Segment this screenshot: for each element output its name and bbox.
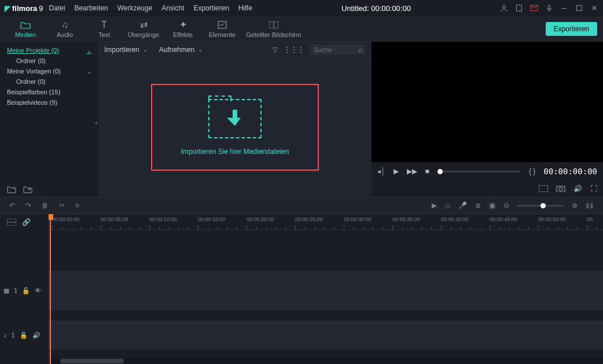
link-icon[interactable]: 🔗 <box>22 218 31 226</box>
import-dropzone[interactable]: Importieren Sie hier Mediendateien <box>151 84 319 171</box>
split-button[interactable]: ✂ <box>59 201 65 209</box>
tab-splitscreen[interactable]: Geteilter Bildschirm <box>242 16 306 42</box>
play-button[interactable]: ▶ <box>394 167 399 175</box>
arrow-down-icon <box>227 108 243 127</box>
app-version: 9 <box>39 4 43 13</box>
sidebar-item-folder[interactable]: Ordner (0) <box>0 56 98 66</box>
mic-icon[interactable] <box>545 4 553 12</box>
sidebar-item-videos[interactable]: Beispielvideos (9) <box>0 97 98 108</box>
quality-icon[interactable] <box>539 185 548 192</box>
filter-icon[interactable]: ▽ <box>273 46 278 54</box>
audio-track[interactable] <box>49 321 603 350</box>
preview-video[interactable] <box>372 42 603 162</box>
tab-effekte[interactable]: ✦ Effekte <box>163 16 203 42</box>
eye-icon[interactable]: 👁 <box>35 287 41 294</box>
tab-label: Text <box>98 31 110 38</box>
timeline-tracks-area[interactable]: 00:00:00:0000:00:05:0000:00:10:0000:00:1… <box>49 214 603 364</box>
import-dropdown[interactable]: Importieren ⌄ <box>104 46 148 54</box>
crop-button[interactable]: ▣ <box>489 201 495 209</box>
delete-button[interactable]: 🗑 <box>42 201 49 209</box>
delete-folder-icon[interactable] <box>23 185 32 193</box>
search-box[interactable]: ⌕ <box>310 45 366 55</box>
zoom-slider[interactable] <box>517 205 564 207</box>
new-folder-icon[interactable]: + <box>7 185 16 193</box>
tool-tabs: Medien ♫ Audio T Text ⇄ Übergänge ✦ Effe… <box>6 16 306 42</box>
file-icon[interactable] <box>515 4 523 12</box>
ruler-label: 00:00:20:00 <box>247 216 274 222</box>
grid-view-icon[interactable]: ⋮⋮⋮ <box>284 46 304 54</box>
marker-braces[interactable]: { } <box>529 167 535 175</box>
tab-audio[interactable]: ♫ Audio <box>45 16 84 42</box>
ruler-label: 00:00:50:00 <box>538 216 566 222</box>
tab-elemente[interactable]: Elemente <box>203 16 242 42</box>
sidebar-item-colors[interactable]: Beispielfarben (15) <box>0 87 98 97</box>
lock-icon[interactable]: 🔓 <box>22 287 30 295</box>
marker-button[interactable]: ◇ <box>445 201 450 209</box>
tab-medien[interactable]: Medien <box>6 16 45 42</box>
menu-hilfe[interactable]: Hilfe <box>238 4 252 12</box>
sidebar-item-templates[interactable]: Meine Vorlagen (0)⌄ <box>0 66 98 76</box>
playhead[interactable] <box>50 214 51 364</box>
voiceover-button[interactable]: 🎤 <box>458 201 467 209</box>
tab-label: Elemente <box>209 31 236 38</box>
svg-point-13 <box>559 187 562 191</box>
search-icon[interactable]: ⌕ <box>358 46 362 54</box>
tab-label: Geteilter Bildschirm <box>246 31 301 38</box>
timeline-ruler[interactable]: 00:00:00:0000:00:05:0000:00:10:0000:00:1… <box>49 214 603 230</box>
stop-button[interactable]: ■ <box>425 167 429 175</box>
menu-datei[interactable]: Datei <box>49 4 65 12</box>
mixer-button[interactable]: ≣ <box>475 201 481 209</box>
record-dropdown[interactable]: Aufnehmen ⌄ <box>159 46 203 54</box>
maximize-button[interactable] <box>575 4 583 12</box>
preview-slider[interactable] <box>437 171 521 172</box>
menu-werkzeuge[interactable]: Werkzeuge <box>117 4 152 12</box>
user-icon[interactable] <box>500 4 508 12</box>
audio-track-icon: ♪ <box>3 332 7 339</box>
zoom-in-button[interactable]: ⊕ <box>572 201 578 209</box>
timeline-scrollbar[interactable] <box>49 358 603 364</box>
chevron-down-icon: ⌄ <box>143 46 148 53</box>
video-track-header[interactable]: ▦ 1 🔓 👁 <box>0 271 48 310</box>
speaker-icon[interactable]: 🔊 <box>32 332 41 339</box>
preview-extra: 🔊 ⛶ <box>372 181 603 197</box>
video-track[interactable] <box>49 271 603 310</box>
sidebar-label: Ordner (0) <box>16 57 46 64</box>
svg-rect-11 <box>539 185 548 192</box>
timeline-view-button[interactable]: ▮▮ <box>586 201 594 209</box>
svg-rect-3 <box>548 5 550 9</box>
adjust-button[interactable]: ≡ <box>75 201 79 209</box>
dropzone-text: Importieren Sie hier Mediendateien <box>181 148 289 156</box>
track-number: 1 <box>14 287 17 294</box>
track-manager-icon[interactable] <box>7 219 16 226</box>
volume-icon[interactable]: 🔊 <box>573 185 582 193</box>
undo-button[interactable]: ↶ <box>9 201 15 209</box>
dropzone-area: Importieren Sie hier Mediendateien <box>98 58 372 197</box>
search-input[interactable] <box>314 46 358 53</box>
mail-icon[interactable] <box>530 4 538 12</box>
sidebar-collapse[interactable]: ◂ <box>94 119 97 126</box>
ruler-label: 00:00:05:00 <box>101 216 128 222</box>
snapshot-icon[interactable] <box>556 185 565 192</box>
tab-uebergaenge[interactable]: ⇄ Übergänge <box>124 16 163 42</box>
lock-icon[interactable]: 🔓 <box>20 332 28 339</box>
close-button[interactable]: ✕ <box>590 4 598 12</box>
sidebar-item-projects[interactable]: Meine Projekte (0)⌄ <box>0 45 98 56</box>
next-frame-button[interactable]: ▶▶ <box>407 167 417 175</box>
fullscreen-icon[interactable]: ⛶ <box>590 185 597 193</box>
tab-text[interactable]: T Text <box>84 16 124 42</box>
menu-bearbeiten[interactable]: Bearbeiten <box>75 4 108 12</box>
render-button[interactable]: ▶ <box>432 201 437 209</box>
menu-ansicht[interactable]: Ansicht <box>161 4 184 12</box>
redo-button[interactable]: ↷ <box>25 201 31 209</box>
menu-bar: Datei Bearbeiten Werkzeuge Ansicht Expor… <box>49 4 252 12</box>
menu-exportieren[interactable]: Exportieren <box>193 4 229 12</box>
sidebar-item-folder[interactable]: Ordner (0) <box>0 76 98 87</box>
prev-frame-button[interactable]: ◂│ <box>377 167 385 175</box>
export-button[interactable]: Exportieren <box>546 22 597 36</box>
zoom-out-button[interactable]: ⊖ <box>503 201 509 209</box>
audio-track-header[interactable]: ♪ 1 🔓 🔊 <box>0 321 48 350</box>
minimize-button[interactable]: ─ <box>560 4 568 12</box>
transition-icon: ⇄ <box>140 20 148 30</box>
main-row: Meine Projekte (0)⌄ Ordner (0) Meine Vor… <box>0 42 603 197</box>
scrollbar-thumb[interactable] <box>60 359 124 363</box>
